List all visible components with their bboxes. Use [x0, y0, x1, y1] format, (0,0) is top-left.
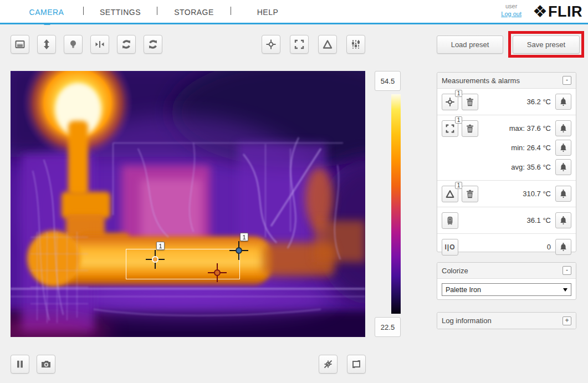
palette-select[interactable]: Palette Iron — [442, 283, 571, 296]
spot-marker-badge: 1 — [156, 242, 165, 250]
alarm-bell-icon — [559, 143, 568, 152]
spot-temperature-value: 36.2 °C — [526, 98, 551, 106]
delete-delta-button[interactable] — [462, 186, 478, 202]
digital-io-button[interactable]: I|O — [442, 239, 458, 256]
measurements-collapse-button[interactable]: - — [563, 76, 571, 85]
log-panel-header: Log information + — [437, 313, 576, 329]
alarm-bell-icon — [559, 189, 568, 198]
alarm-bell-icon — [559, 97, 568, 106]
rotate-image-button[interactable] — [117, 35, 136, 54]
pan-horizontal-icon — [94, 39, 105, 50]
scale-max-input[interactable]: 54.5 — [375, 71, 401, 91]
nav-tab-camera[interactable]: CAMERA — [20, 8, 73, 17]
logout-link[interactable]: Log out — [501, 11, 521, 18]
area-max-alarm-button[interactable] — [555, 120, 571, 136]
add-spot-meter-button[interactable] — [262, 35, 280, 54]
trash-icon — [465, 189, 475, 199]
spot-alarm-button[interactable] — [555, 94, 571, 110]
rotate-palette-icon — [147, 39, 158, 50]
top-navigation-bar: CAMERA SETTINGS STORAGE HELP user Log ou… — [0, 0, 588, 24]
nav-divider — [157, 7, 157, 15]
brand-name: FLIR — [548, 3, 582, 21]
measurements-panel-title: Measurements & alarms — [442, 76, 520, 85]
delta-temperature-value: 310.7 °C — [523, 190, 551, 198]
colorize-collapse-button[interactable]: - — [563, 266, 571, 275]
palette-scale-bar[interactable] — [391, 94, 401, 314]
thermal-live-view[interactable]: 1 1 — [11, 71, 365, 337]
pan-vertical-button[interactable] — [37, 35, 56, 54]
pan-horizontal-button[interactable] — [90, 35, 109, 54]
area-box-button[interactable]: 1 — [442, 120, 458, 137]
measurement-row-delta: 1 310.7 °C — [437, 181, 576, 207]
area-box-icon — [445, 124, 455, 134]
delta-button[interactable]: 1 — [442, 186, 458, 202]
hide-overlays-icon — [323, 359, 334, 370]
save-preset-button[interactable]: Save preset — [513, 35, 580, 54]
nav-tab-help[interactable]: HELP — [241, 8, 294, 17]
flir-diamond-icon — [533, 3, 548, 21]
delete-area-button[interactable] — [462, 120, 478, 137]
chevron-down-icon — [563, 288, 567, 292]
camera-device-icon — [445, 216, 455, 226]
colorize-panel-header: Colorize - — [437, 263, 576, 279]
delete-spot-button[interactable] — [462, 94, 478, 110]
area-max-value: max: 37.6 °C — [509, 124, 551, 132]
load-preset-button[interactable]: Load preset — [437, 35, 503, 54]
username-label: user — [501, 3, 521, 11]
measurement-row-camera: 36.1 °C — [437, 207, 576, 234]
palette-window-button[interactable] — [11, 35, 29, 54]
rotate-palette-button[interactable] — [144, 35, 162, 54]
nav-tab-storage[interactable]: STORAGE — [167, 8, 221, 17]
flir-logo: FLIR — [533, 3, 582, 21]
levels-button[interactable] — [346, 35, 365, 54]
io-icon: I|O — [444, 243, 455, 251]
hide-overlays-button[interactable] — [319, 355, 338, 374]
io-alarm-button[interactable] — [555, 239, 571, 255]
delta-icon — [322, 39, 333, 50]
spot-marker-1[interactable]: 1 — [146, 250, 165, 269]
palette-selected-value: Palette Iron — [446, 286, 481, 294]
delta-marker-1[interactable]: 1 — [229, 241, 248, 260]
area-box-icon — [294, 39, 305, 50]
area-hotspot-marker[interactable] — [208, 263, 227, 282]
io-value: 0 — [547, 243, 551, 251]
pause-icon — [15, 359, 25, 369]
colorize-panel: Colorize - Palette Iron — [437, 262, 576, 300]
measurements-panel-header: Measurements & alarms - — [437, 73, 576, 89]
trash-icon — [465, 124, 475, 134]
camera-temperature-button[interactable] — [442, 212, 458, 229]
log-expand-button[interactable]: + — [563, 316, 571, 325]
add-area-box-button[interactable] — [290, 35, 309, 54]
resize-view-button[interactable] — [347, 355, 366, 374]
spot-meter-icon — [445, 97, 455, 107]
measurements-panel: Measurements & alarms - 1 36.2 °C — [437, 72, 576, 252]
resize-icon — [351, 359, 362, 370]
measurement-row-area: 1 max: 37.6 °C — [437, 115, 576, 181]
nav-tab-settings[interactable]: SETTINGS — [94, 8, 147, 17]
area-min-alarm-button[interactable] — [555, 140, 571, 156]
snapshot-button[interactable] — [37, 355, 55, 374]
lamp-icon — [68, 39, 79, 50]
pause-stream-button[interactable] — [11, 355, 29, 374]
levels-icon — [350, 39, 361, 50]
rotate-image-icon — [121, 39, 132, 50]
delta-marker-badge: 1 — [240, 233, 248, 241]
spot-meter-icon — [265, 39, 277, 50]
spot-meter-button[interactable]: 1 — [442, 94, 458, 110]
scale-min-input[interactable]: 22.5 — [375, 317, 401, 337]
area-avg-alarm-button[interactable] — [555, 159, 571, 175]
lamp-button[interactable] — [64, 35, 83, 54]
crosshair-center — [236, 247, 242, 254]
measurement-row-spot: 1 36.2 °C — [437, 89, 576, 115]
crosshair-center — [152, 256, 158, 263]
add-delta-button[interactable] — [318, 35, 337, 54]
log-panel-title: Log information — [442, 316, 492, 325]
camera-alarm-button[interactable] — [555, 212, 571, 228]
alarm-bell-icon — [559, 162, 568, 172]
alarm-bell-icon — [559, 124, 568, 133]
delta-alarm-button[interactable] — [555, 186, 571, 202]
palette-window-icon — [14, 39, 25, 50]
area-min-value: min: 26.4 °C — [511, 144, 551, 152]
main-nav: CAMERA SETTINGS STORAGE HELP — [0, 0, 588, 24]
alarm-bell-icon — [559, 242, 568, 252]
